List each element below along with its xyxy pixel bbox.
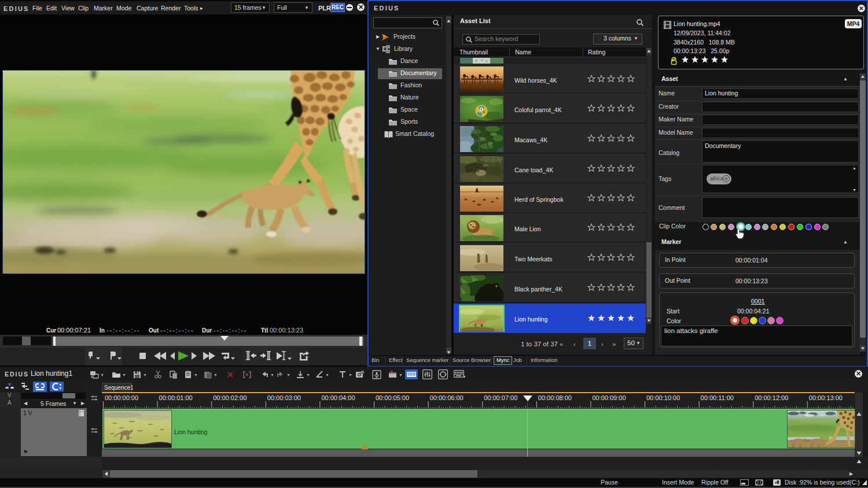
svg-text:00:00:01:00: 00:00:01:00 (159, 394, 193, 401)
svg-text:00:00:07:00: 00:00:07:00 (484, 394, 517, 401)
svg-text:00:00:04:00: 00:00:04:00 (321, 394, 355, 401)
svg-text:00:00:05:00: 00:00:05:00 (376, 394, 409, 401)
svg-text:00:00:00:00: 00:00:00:00 (105, 394, 138, 401)
svg-text:00:00:08:00: 00:00:08:00 (538, 394, 572, 401)
svg-text:00:00:02:00: 00:00:02:00 (213, 394, 247, 401)
svg-text:00:00:09:00: 00:00:09:00 (592, 394, 626, 401)
svg-text:00:00:13:00: 00:00:13:00 (809, 394, 843, 401)
svg-text:00:00:03:00: 00:00:03:00 (267, 394, 301, 401)
svg-text:00:00:12:00: 00:00:12:00 (755, 394, 788, 401)
svg-text:00:00:10:00: 00:00:10:00 (646, 394, 680, 401)
svg-text:00:00:06:00: 00:00:06:00 (430, 394, 464, 401)
svg-text:00:00:11:00: 00:00:11:00 (701, 394, 734, 401)
